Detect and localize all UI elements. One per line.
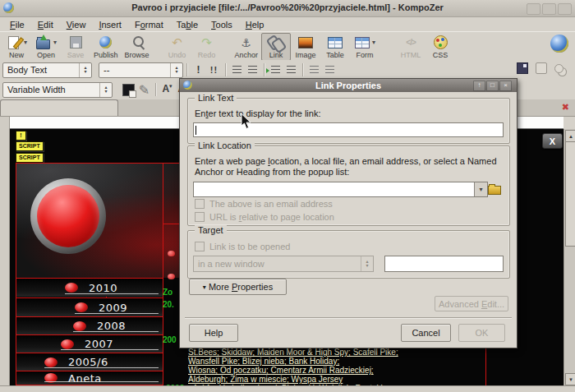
link-location-legend: Link Location	[195, 141, 255, 150]
form-button[interactable]: ▾ Form	[350, 33, 380, 61]
email-address-checkbox[interactable]	[195, 199, 205, 209]
window-minimize-button[interactable]	[527, 3, 540, 15]
script-badge[interactable]: SCRIPT	[16, 153, 44, 163]
vertical-scrollbar[interactable]: ▲ ▼	[564, 129, 575, 386]
cancel-button[interactable]: Cancel	[401, 324, 451, 342]
new-dropdown-arrow[interactable]: ▾	[24, 39, 27, 46]
absolute-position-button[interactable]	[517, 62, 528, 74]
relative-url-checkbox[interactable]	[195, 212, 205, 222]
open-button[interactable]: ▾ Open	[31, 33, 61, 61]
red-bullet-icon	[61, 339, 74, 349]
font-width-select[interactable]: Variable Width ▴▾	[2, 82, 113, 98]
window-close-button[interactable]	[558, 3, 572, 15]
align-left-button[interactable]	[307, 63, 321, 77]
outdent-button[interactable]	[284, 63, 298, 77]
page-link-line[interactable]: Wiosna; Od poczatku; Cmentarz Armii Radz…	[188, 366, 374, 375]
green-text-fragment: Zo	[163, 288, 172, 297]
more-properties-triangle-icon: ▾	[203, 284, 206, 291]
bring-forward-button[interactable]	[554, 64, 564, 73]
anchor-button[interactable]: ⚓ Anchor	[232, 33, 262, 61]
menu-insert[interactable]: Insert	[92, 19, 128, 30]
more-properties-button[interactable]: ▾ More Properties	[189, 279, 287, 295]
redo-button[interactable]: ↷ Redo	[192, 33, 222, 61]
indent-button[interactable]	[269, 63, 283, 77]
choose-file-button[interactable]	[487, 182, 502, 196]
target-legend: Target	[195, 225, 227, 235]
dialog-maximize-button[interactable]: □	[486, 81, 499, 91]
strong-emphasis-button[interactable]: !!	[207, 63, 221, 77]
css-button[interactable]: CSS	[426, 33, 455, 61]
site-menu-item-2009[interactable]: 2009	[16, 298, 163, 316]
paragraph-format-select[interactable]: Body Text ▴▾	[2, 62, 92, 78]
dialog-rollup-button[interactable]: ↑	[473, 81, 485, 91]
link-location-combo[interactable]: ▾	[193, 182, 488, 197]
site-menu-item-aneta[interactable]: Aneta	[16, 371, 163, 385]
menu-tools[interactable]: Tools	[205, 19, 239, 30]
decrease-font-button[interactable]: A▾	[160, 83, 174, 97]
scroll-up-button[interactable]: ▲	[565, 130, 575, 142]
font-class-select[interactable]: -- ▴▾	[99, 62, 183, 78]
marker-badge[interactable]: !	[16, 131, 26, 141]
ok-button[interactable]: OK	[458, 324, 505, 342]
red-button-image[interactable]	[37, 185, 99, 247]
menu-file[interactable]: File	[3, 19, 31, 30]
publish-button[interactable]: Publish	[90, 33, 122, 61]
menu-underline	[44, 367, 159, 368]
combo-arrows-icon: ▴▾	[99, 83, 112, 97]
form-icon	[354, 35, 370, 50]
align-right-button[interactable]	[323, 63, 337, 77]
dialog-titlebar[interactable]: Link Properties ↑ □ ×	[180, 79, 517, 92]
menu-help[interactable]: Help	[239, 19, 271, 30]
site-menu-item-2008[interactable]: 2008	[16, 317, 163, 334]
broken-element-placeholder[interactable]: X	[542, 133, 563, 149]
tab-close-icon[interactable]: ✖	[562, 102, 569, 112]
menu-edit[interactable]: Edit	[31, 19, 60, 30]
new-button[interactable]: ▾ New	[2, 33, 31, 61]
target-name-input[interactable]	[384, 256, 504, 272]
highlight-button[interactable]: ✎	[137, 83, 151, 97]
redo-icon: ↷	[199, 35, 215, 50]
advanced-edit-button[interactable]: Advanced Edit...	[435, 296, 508, 311]
page-link-line[interactable]: Aldeburgh; Zima w miescie; Wyspa Jersey	[188, 375, 343, 384]
browse-button[interactable]: Browse	[122, 33, 153, 61]
link-chain-icon	[268, 35, 284, 50]
html-source-button[interactable]: </> HTML	[396, 33, 426, 61]
open-dropdown-arrow[interactable]: ▾	[53, 39, 57, 46]
document-tab[interactable]	[0, 99, 118, 116]
send-backward-button[interactable]	[536, 62, 547, 74]
sidebar-grip[interactable]	[0, 117, 10, 386]
scroll-down-button[interactable]: ▼	[565, 373, 575, 385]
menu-view[interactable]: View	[60, 19, 93, 30]
menu-table[interactable]: Table	[170, 19, 205, 30]
target-window-select[interactable]: in a new window ▴▾	[193, 256, 374, 272]
bullet-list-button[interactable]	[246, 63, 260, 77]
script-badge[interactable]: SCRIPT	[16, 141, 44, 151]
save-button[interactable]: Save	[61, 33, 90, 61]
form-dropdown-arrow[interactable]: ▾	[372, 39, 375, 46]
undo-button[interactable]: ↶ Undo	[163, 33, 192, 61]
menu-format[interactable]: Format	[128, 19, 170, 30]
text-color-button[interactable]	[122, 83, 136, 97]
email-address-checkbox-row: The above is an email address	[195, 199, 333, 209]
dialog-close-button[interactable]: ×	[499, 81, 512, 91]
image-button[interactable]: Image	[291, 33, 320, 61]
align-right-icon	[325, 66, 334, 74]
publish-globe-icon	[98, 35, 114, 50]
link-text-input[interactable]	[193, 122, 504, 137]
link-open-checkbox[interactable]	[195, 242, 205, 251]
site-menu-item-2010[interactable]: 2010	[16, 279, 163, 297]
combo-dropdown-icon[interactable]: ▾	[474, 182, 487, 196]
menu-underline	[75, 313, 159, 314]
help-button[interactable]: Help	[189, 324, 238, 342]
numbered-list-button[interactable]	[230, 63, 244, 77]
scrollbar-thumb[interactable]	[565, 141, 575, 247]
page-link-line[interactable]: Wansfell Pike; Blizej nieba; Bank Holida…	[188, 357, 339, 366]
window-maximize-button[interactable]	[542, 3, 556, 15]
site-menu-item-2005-6[interactable]: 2005/6	[16, 353, 163, 371]
site-menu-item-2007[interactable]: 2007	[16, 335, 163, 353]
table-button[interactable]: Table	[320, 33, 350, 61]
link-button[interactable]: Link	[261, 33, 291, 61]
emphasis-button[interactable]: !	[191, 63, 205, 77]
page-link-line[interactable]: St.Bees; Skiddaw; Maiden Moor & High Spy…	[188, 348, 398, 357]
email-address-label: The above is an email address	[209, 199, 333, 209]
